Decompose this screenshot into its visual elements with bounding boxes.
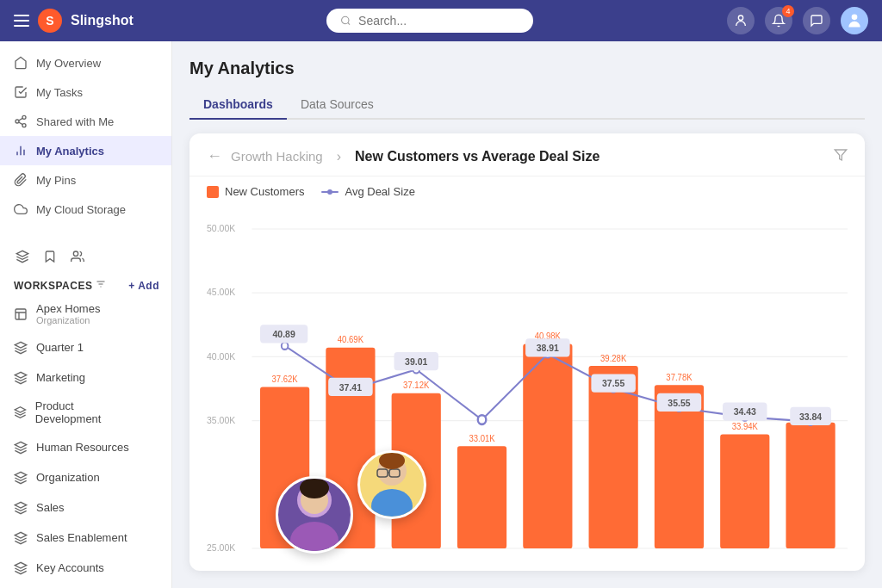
app-logo: S [38,9,62,33]
sidebar-item-cloud[interactable]: My Cloud Storage [0,195,171,224]
workspace-sales[interactable]: Sales ⋮ [0,492,171,523]
person1-silhouette [284,476,345,554]
legend-swatch-bar [207,186,219,198]
svg-line-7 [19,118,23,121]
workspace-org[interactable]: Organization ⋮ [0,462,171,492]
bar-3 [457,446,506,548]
sidebar-item-tasks[interactable]: My Tasks [0,77,171,107]
svg-point-57 [371,489,413,519]
sidebar-toolbar [0,238,171,275]
users-icon [71,250,84,263]
svg-text:35.00K: 35.00K [207,414,236,425]
chart-area: 50.00K 45.00K 40.00K 35.00K 25.00K 37.62… [189,207,865,571]
tab-datasources[interactable]: Data Sources [287,90,388,120]
workspaces-label: WORKSPACES [14,280,92,292]
svg-point-0 [342,16,349,23]
workspace-ka-name: Key Accounts [36,561,104,574]
sidebar-item-tasks-label: My Tasks [36,86,83,99]
svg-text:37.55: 37.55 [602,378,624,389]
tab-dashboards[interactable]: Dashboards [189,90,287,120]
svg-point-55 [300,478,329,498]
notifications-btn[interactable]: 4 [765,7,792,34]
sidebar-item-analytics[interactable]: My Analytics [0,136,171,165]
add-workspace-btn[interactable]: + Add [128,280,159,292]
main-layout: My Overview My Tasks Shared with Me My A… [0,41,882,588]
svg-text:34.43: 34.43 [734,406,756,418]
svg-text:40.89: 40.89 [273,329,295,340]
overview-icon [14,56,28,70]
chat-btn[interactable] [803,7,830,34]
building-icon [14,307,28,321]
workspace-org-name: Organization [36,471,100,484]
person-icon [734,14,748,28]
svg-point-4 [16,120,19,123]
svg-text:33.84: 33.84 [799,411,823,422]
bar-4 [523,344,572,549]
notification-badge: 4 [782,5,794,17]
workspace-keyaccounts[interactable]: Key Accounts ⋮ [0,553,171,583]
svg-text:50.00K: 50.00K [207,223,236,234]
workspace-hr[interactable]: Human Resources ⋮ [0,432,171,462]
legend-new-customers-label: New Customers [225,185,304,198]
svg-point-1 [738,15,742,20]
svg-point-2 [852,15,858,21]
sidebar-item-shared[interactable]: Shared with Me [0,107,171,136]
sort-icon[interactable] [96,279,106,292]
search-box[interactable] [326,9,533,33]
sidebar: My Overview My Tasks Shared with Me My A… [0,41,172,588]
workspace-quarter1[interactable]: Quarter 1 ⋮ [0,332,171,362]
search-input[interactable] [358,14,519,28]
workspace-apex-name: Apex Homes [36,302,100,315]
workspace-product-name: Product Development [35,399,135,425]
workspace-apex-sub: Organization [36,315,100,325]
user-avatar[interactable] [841,7,868,34]
shared-icon [14,115,28,128]
sidebar-item-analytics-label: My Analytics [36,145,104,158]
layers-mkt-icon [14,371,28,385]
legend-avg-deal-label: Avg Deal Size [345,185,414,198]
hamburger-menu[interactable] [14,15,29,27]
legend-new-customers: New Customers [207,185,304,198]
legend-avg-deal: Avg Deal Size [321,185,414,198]
bar-8 [786,423,835,548]
back-button[interactable]: ← [207,147,222,165]
tasks-icon [14,85,28,99]
layers-prod-icon [14,405,27,419]
chart-title: New Customers vs Average Deal Size [355,149,599,164]
svg-text:33.94K: 33.94K [732,422,758,432]
search-icon [340,15,351,27]
breadcrumb-arrow: › [337,149,341,164]
legend-line-avg-deal [321,191,339,193]
app-name: Slingshot [71,13,134,28]
workspace-jenns[interactable]: Jenns Workspace ⋮ [0,583,171,588]
workspaces-header: WORKSPACES + Add [0,275,171,295]
sidebar-item-pins[interactable]: My Pins [0,165,171,195]
sidebar-item-overview[interactable]: My Overview [0,48,171,77]
workspace-apex[interactable]: Apex Homes Organization ⋮ [0,295,171,332]
workspace-hr-name: Human Resources [36,441,129,454]
svg-point-5 [22,124,26,127]
svg-text:40.00K: 40.00K [207,350,236,362]
svg-text:37.62K: 37.62K [272,374,298,385]
svg-point-3 [22,115,26,119]
dot-3-highlighted [478,415,487,424]
sidebar-item-pins-label: My Pins [36,174,76,187]
nav-logo-area: S Slingshot [14,9,134,33]
filter-icon[interactable] [834,148,848,165]
workspace-marketing-name: Marketing [36,371,85,384]
profile-icon-btn[interactable] [727,7,755,34]
toolbar-layers-btn[interactable] [10,244,34,269]
workspace-product[interactable]: Product Development ⋮ [0,393,171,432]
workspace-salesenablement[interactable]: Sales Enablement ⋮ [0,523,171,553]
toolbar-bookmark-btn[interactable] [38,244,62,269]
chart-legend: New Customers Avg Deal Size [189,176,865,207]
svg-text:35.55: 35.55 [668,397,690,408]
workspace-marketing[interactable]: Marketing ⋮ [0,362,171,393]
workspace-sales-name: Sales [36,501,65,514]
svg-marker-16 [15,407,25,412]
chart-panel: ← Growth Hacking › New Customers vs Aver… [189,133,865,571]
top-nav: S Slingshot 4 [0,0,882,41]
toolbar-users-btn[interactable] [65,244,90,269]
cloud-icon [14,202,28,216]
avatar-person-1 [276,476,353,554]
